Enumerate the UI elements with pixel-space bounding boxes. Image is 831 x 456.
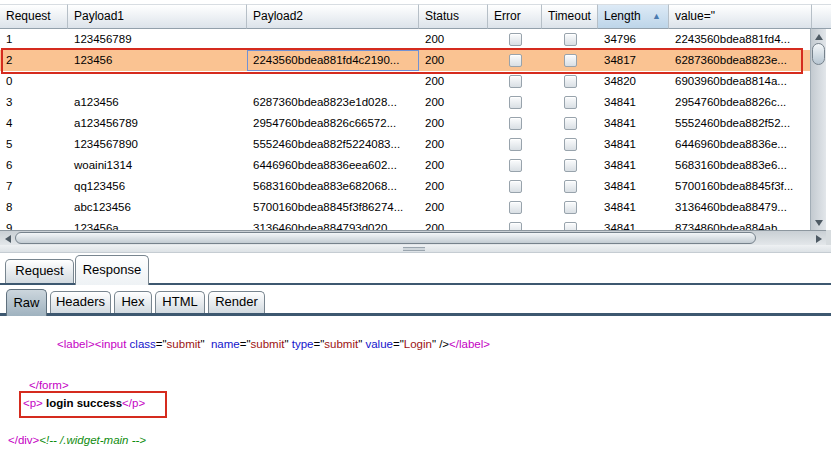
cell-payload2 — [247, 71, 419, 92]
code-token: =" — [240, 338, 251, 350]
table-row[interactable]: 7qq1234565683160bdea883e682068...2003484… — [0, 176, 810, 197]
column-header-length[interactable]: Length▲ — [598, 4, 669, 29]
error-checkbox[interactable] — [509, 96, 522, 109]
error-checkbox[interactable] — [509, 33, 522, 46]
table-row[interactable]: 4a1234567892954760bdea8826c66572...20034… — [0, 113, 810, 134]
column-header-payload1[interactable]: Payload1 — [68, 4, 247, 29]
scroll-left-button[interactable] — [0, 231, 15, 246]
code-token: value — [365, 338, 393, 350]
error-checkbox[interactable] — [509, 75, 522, 88]
error-checkbox[interactable] — [509, 201, 522, 214]
table-row[interactable]: 21234562243560bdea881fd4c2190...20034817… — [0, 50, 810, 71]
cell-request: 4 — [0, 113, 68, 134]
tab-hex[interactable]: Hex — [114, 291, 152, 313]
vertical-scrollbar[interactable] — [810, 29, 826, 230]
scroll-up-button[interactable] — [811, 29, 827, 44]
cell-error — [488, 50, 542, 71]
cell-value: 5700160bdea8845f3f... — [669, 176, 810, 197]
cell-request: 8 — [0, 197, 68, 218]
code-token: </p> — [122, 397, 145, 409]
table-row[interactable]: 9123456a3136460bdea884793d020...20034841… — [0, 218, 810, 230]
timeout-checkbox[interactable] — [564, 222, 577, 230]
cell-payload2: 2954760bdea8826c66572... — [247, 113, 419, 134]
code-token: Login — [404, 338, 432, 350]
cell-timeout — [542, 71, 598, 92]
code-token: login success — [43, 397, 122, 409]
timeout-checkbox[interactable] — [564, 117, 577, 130]
view-tabs-divider — [0, 313, 831, 316]
tab-raw[interactable]: Raw — [6, 289, 47, 316]
cell-request: 1 — [0, 29, 68, 50]
tab-response[interactable]: Response — [75, 255, 149, 285]
cell-status: 200 — [419, 113, 488, 134]
timeout-checkbox[interactable] — [564, 33, 577, 46]
table-row[interactable]: 8abc1234565700160bdea8845f3f86274...2003… — [0, 197, 810, 218]
code-token: type — [292, 338, 314, 350]
table-row[interactable]: 1123456789200347962243560bdea881fd4... — [0, 29, 810, 50]
tab-render[interactable]: Render — [208, 291, 265, 313]
scroll-up-icon — [815, 34, 823, 40]
timeout-checkbox[interactable] — [564, 159, 577, 172]
timeout-checkbox[interactable] — [564, 201, 577, 214]
cell-timeout — [542, 50, 598, 71]
cell-request: 9 — [0, 218, 68, 230]
cell-status: 200 — [419, 29, 488, 50]
error-checkbox[interactable] — [509, 117, 522, 130]
table-row[interactable]: 6woaini13146446960bdea8836eea602...20034… — [0, 155, 810, 176]
cell-payload1: 123456 — [68, 50, 247, 71]
cell-length: 34820 — [598, 71, 669, 92]
cell-value: 6287360bdea8823e... — [669, 50, 810, 71]
timeout-checkbox[interactable] — [564, 54, 577, 67]
error-checkbox[interactable] — [509, 222, 522, 230]
cell-error — [488, 113, 542, 134]
code-token: class — [130, 338, 156, 350]
timeout-checkbox[interactable] — [564, 138, 577, 151]
code-token: =" — [156, 338, 167, 350]
error-checkbox[interactable] — [509, 180, 522, 193]
sort-ascending-icon: ▲ — [652, 5, 661, 28]
table-row[interactable]: 512345678905552460bdea882f5224083...2003… — [0, 134, 810, 155]
timeout-checkbox[interactable] — [564, 96, 577, 109]
column-header-request[interactable]: Request — [0, 4, 68, 29]
cell-status: 200 — [419, 71, 488, 92]
timeout-checkbox[interactable] — [564, 180, 577, 193]
cell-request: 0 — [0, 71, 68, 92]
tab-headers[interactable]: Headers — [50, 291, 111, 313]
cell-payload2 — [247, 29, 419, 50]
code-line-login-success: <p> login success</p> — [23, 397, 145, 409]
column-header-length-label: Length — [604, 9, 641, 23]
code-token: submit — [251, 338, 285, 350]
error-checkbox[interactable] — [509, 138, 522, 151]
timeout-checkbox[interactable] — [564, 75, 577, 88]
horizontal-scrollbar-thumb[interactable] — [15, 232, 756, 244]
cell-length: 34841 — [598, 218, 669, 230]
cell-status: 200 — [419, 197, 488, 218]
table-row[interactable]: 0200348206903960bdea8814a... — [0, 71, 810, 92]
cell-timeout — [542, 113, 598, 134]
cell-error — [488, 155, 542, 176]
cell-status: 200 — [419, 92, 488, 113]
scroll-right-button[interactable] — [811, 231, 826, 246]
cell-value: 2243560bdea881fd4... — [669, 29, 810, 50]
cell-status: 200 — [419, 218, 488, 230]
table-row[interactable]: 3a1234566287360bdea8823e1d028...20034841… — [0, 92, 810, 113]
column-header-payload2[interactable]: Payload2 — [247, 4, 419, 29]
cell-length: 34841 — [598, 134, 669, 155]
column-header-status[interactable]: Status — [419, 4, 488, 29]
column-header-error[interactable]: Error — [488, 4, 542, 29]
column-header-timeout[interactable]: Timeout — [542, 4, 598, 29]
tab-request[interactable]: Request — [5, 259, 74, 283]
cell-error — [488, 29, 542, 50]
vertical-scrollbar-thumb[interactable] — [812, 43, 825, 65]
split-divider[interactable] — [0, 245, 831, 253]
cell-value: 5683160bdea883e6... — [669, 155, 810, 176]
scroll-left-icon — [5, 235, 11, 243]
column-header-value[interactable]: value=" — [669, 4, 812, 29]
horizontal-scrollbar[interactable] — [0, 230, 826, 245]
scrollbar-corner — [826, 230, 831, 245]
tab-html[interactable]: HTML — [155, 291, 205, 313]
error-checkbox[interactable] — [509, 54, 522, 67]
error-checkbox[interactable] — [509, 159, 522, 172]
cell-error — [488, 218, 542, 230]
scroll-down-button[interactable] — [811, 215, 827, 230]
